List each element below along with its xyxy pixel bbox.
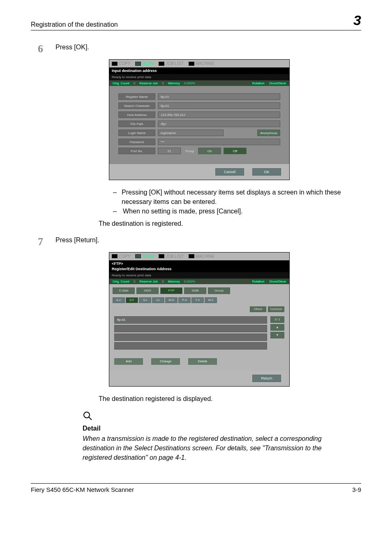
tab-joblist[interactable]: JOB LIST xyxy=(159,61,183,66)
page-footer: Fiery S450 65C-KM Network Scanner 3-9 xyxy=(31,483,361,493)
reserve-job-value: 0 xyxy=(162,280,164,283)
proxy-on-button[interactable]: On xyxy=(198,148,221,154)
ok-button[interactable]: OK xyxy=(252,168,281,176)
tab-machine[interactable]: MACHINE xyxy=(189,61,214,66)
scroll-up-button[interactable]: ▲ xyxy=(270,324,284,331)
cancel-button[interactable]: Cancel xyxy=(215,168,244,176)
list-item[interactable] xyxy=(114,334,267,341)
search-char-label[interactable]: Search Character xyxy=(118,102,155,109)
password-value: *** xyxy=(158,139,280,145)
page-indicator: 1/ 1 xyxy=(270,316,284,323)
tab-scan[interactable]: SCAN xyxy=(135,254,154,259)
bullet-dash: – xyxy=(113,188,117,206)
proxy-off-button[interactable]: Off xyxy=(224,148,247,154)
para-displayed: The destination registered is displayed. xyxy=(99,394,361,403)
detail-text: When a transmission is made to the regis… xyxy=(83,434,346,463)
orig-count-label: Orig. Count xyxy=(112,280,130,283)
joblist-icon xyxy=(159,62,164,66)
alpha-jl[interactable]: J-L xyxy=(152,297,164,303)
memory-label: Memory xyxy=(167,81,181,85)
port-no-value: 21 xyxy=(158,148,181,154)
type-tab-smb[interactable]: SMB xyxy=(184,287,206,294)
scan-icon xyxy=(135,254,141,258)
type-tab-ftp[interactable]: FTP xyxy=(160,287,182,294)
orig-count-label: Orig. Count xyxy=(112,81,130,85)
port-no-label[interactable]: Port No. xyxy=(118,148,155,154)
alpha-ac[interactable]: A-C xyxy=(113,297,125,303)
add-button[interactable]: Add xyxy=(114,358,143,365)
file-path-value: /ftp/ xyxy=(158,120,280,127)
tab-copy-label: COPY xyxy=(119,254,130,259)
anonymous-button[interactable]: Anonymous xyxy=(257,130,280,136)
orig-count-value: 0 xyxy=(134,81,135,85)
register-name-label[interactable]: Register Name xyxy=(118,93,155,100)
list-item[interactable] xyxy=(114,325,267,332)
tab-scan-label: SCAN xyxy=(142,254,154,259)
status-message: Ready to receive print data xyxy=(109,272,289,279)
alpha-tv[interactable]: T-V xyxy=(191,297,204,303)
type-tab-group[interactable]: Group xyxy=(208,287,230,294)
tab-machine-label: MACHINE xyxy=(196,254,214,259)
alpha-df[interactable]: D-F xyxy=(126,297,138,303)
search-char-value: ftp-01 xyxy=(158,102,280,109)
tab-copy[interactable]: COPY xyxy=(112,61,130,66)
reserve-job-label: Reserve Job xyxy=(138,280,159,283)
tab-scan-label: SCAN xyxy=(142,61,154,66)
login-name-value: loginname xyxy=(158,130,224,136)
memory-value: 0.000% xyxy=(184,81,195,85)
list-item[interactable]: ftp-01 xyxy=(114,316,267,324)
magnifier-icon xyxy=(83,411,92,421)
tab-joblist[interactable]: JOB LIST xyxy=(159,254,183,259)
screen-title-line2: Register/Edit Destination Address xyxy=(109,267,289,272)
detail-heading: Detail xyxy=(83,425,361,432)
tab-copy[interactable]: COPY xyxy=(112,254,130,259)
memory-value: 0.000% xyxy=(184,280,195,283)
status-message: Ready to receive print data xyxy=(109,74,289,81)
alpha-gi[interactable]: G-I xyxy=(139,297,151,303)
screenshot-register-edit: COPY SCAN JOB LIST MACHINE <FTP> Registe… xyxy=(109,252,290,387)
header-title: Registration of the destination xyxy=(31,21,118,28)
machine-icon xyxy=(189,254,194,258)
others-button[interactable]: Others xyxy=(250,306,266,312)
host-address-label[interactable]: Host Address xyxy=(118,111,155,118)
list-item[interactable] xyxy=(114,342,267,350)
drum-label: Drum/Deve xyxy=(269,81,287,85)
alpha-wz[interactable]: W-Z xyxy=(205,297,217,303)
tab-joblist-label: JOB LIST xyxy=(166,254,183,259)
type-tab-email[interactable]: E-Mail xyxy=(113,287,135,294)
tab-scan[interactable]: SCAN xyxy=(135,61,154,66)
joblist-icon xyxy=(159,254,164,258)
rotation-label: Rotation xyxy=(251,280,265,283)
delete-button[interactable]: Delete xyxy=(188,358,217,365)
login-name-label[interactable]: Login Name xyxy=(118,130,155,136)
type-tab-hdd[interactable]: HDD xyxy=(136,287,159,294)
chapter-number: 3 xyxy=(353,12,361,28)
scroll-down-button[interactable]: ▼ xyxy=(270,332,284,338)
status-bar: Orig. Count0 Reserve Job0 Memory0.000% R… xyxy=(109,279,289,284)
reserve-job-value: 0 xyxy=(162,81,164,85)
screen-title: Input destination address xyxy=(109,67,289,74)
step-number-7: 7 xyxy=(31,236,43,248)
step-7-text: Press [Return]. xyxy=(55,236,361,248)
change-button[interactable]: Change xyxy=(151,358,180,365)
rotation-label: Rotation xyxy=(251,81,265,85)
host-address-value: 123.456.789.012 xyxy=(158,111,280,118)
proxy-label: Proxy xyxy=(183,149,196,153)
file-path-label[interactable]: File Path xyxy=(118,120,155,127)
step-6-text: Press [OK]. xyxy=(55,43,361,55)
running-header: Registration of the destination 3 xyxy=(31,12,361,30)
alpha-mo[interactable]: M-O xyxy=(165,297,178,303)
reserve-job-label: Reserve Job xyxy=(138,81,159,85)
copy-icon xyxy=(112,254,118,258)
return-button[interactable]: Return xyxy=(252,375,281,382)
alpha-ps[interactable]: P-S xyxy=(178,297,191,303)
machine-icon xyxy=(189,62,194,66)
orig-count-value: 0 xyxy=(134,280,135,283)
drum-label: Drum/Deve xyxy=(269,280,287,283)
status-bar: Orig. Count0 Reserve Job0 Memory0.000% R… xyxy=(109,81,289,86)
common-button[interactable]: Common xyxy=(268,306,284,312)
memory-label: Memory xyxy=(167,280,181,283)
tab-machine[interactable]: MACHINE xyxy=(189,254,214,259)
password-label[interactable]: Password xyxy=(118,139,155,145)
bullet-1: Pressing [OK] without necessary items se… xyxy=(122,188,361,206)
